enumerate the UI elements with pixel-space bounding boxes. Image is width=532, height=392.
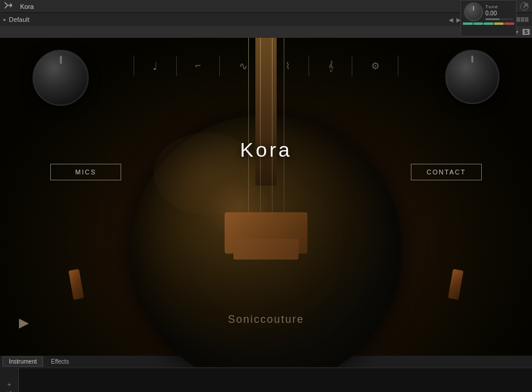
s-badge: S [523,29,530,35]
lfo-icon[interactable]: ⌇ [286,60,290,72]
separator-5 [309,56,309,76]
tab-instrument[interactable]: Instrument [2,357,43,367]
instrument-panel: ♩ ⌐ ∿ ⌇ 𝄞 ⚙ Kora MICS CONTACT Soniccoutu… [0,38,532,355]
preset-nav-left[interactable]: ◀ [449,17,453,23]
left-knob[interactable] [33,50,89,106]
title-bar-left: Kora [4,1,34,11]
play-button[interactable]: ▶ [19,315,29,331]
preset-name: Default [9,16,30,23]
title-bar: Kora ◀ ▶ 📷 i Tune 0.00 [0,0,532,13]
piano-octave-label: +0 [6,390,12,393]
settings-icon[interactable]: ⚙ [371,60,379,72]
piano-keys-container: // This will be rendered by the template… [19,368,532,392]
tune-dial[interactable] [464,2,483,21]
instrument-name-header: Kora [20,3,34,10]
separator-3 [219,56,220,76]
piano-area: + +0 − // This will be rendered by the t… [0,367,532,392]
instrument-title: Kora [240,138,292,161]
tab-effects[interactable]: Effects [44,357,75,367]
contact-button[interactable]: CONTACT [411,164,482,180]
tune-value: 0.00 [485,10,513,17]
note-icon[interactable]: ♩ [153,60,157,73]
close-icon[interactable]: ✕ [524,2,528,8]
separator-1 [134,56,134,76]
icon-toolbar: Purge ▾ S [0,26,532,38]
envelope-icon[interactable]: ⌐ [195,60,201,72]
mics-button[interactable]: MICS [50,164,121,180]
separator-6 [352,56,352,76]
separator-7 [398,56,398,76]
kora-bridge-base [233,239,299,260]
preset-bar: ▸ Default ◀ ▶ □ M [0,13,532,26]
preset-arrow[interactable]: ▸ [4,17,7,22]
pitch-icon[interactable]: 𝄞 [328,61,333,72]
tune-panel: Tune 0.00 [460,0,517,37]
separator-2 [176,56,177,76]
kora-neck [255,38,277,186]
right-knob[interactable] [445,50,499,104]
piano-sidebar: + +0 − [0,368,19,392]
app-logo-icon [4,1,14,11]
filter-icon[interactable]: ∿ [239,60,248,73]
white-keys-row: // This will be rendered by the template… [19,368,532,392]
brand-name: Soniccouture [228,313,304,326]
piano-plus-icon[interactable]: + [7,381,11,388]
tune-label: Tune [485,4,513,9]
